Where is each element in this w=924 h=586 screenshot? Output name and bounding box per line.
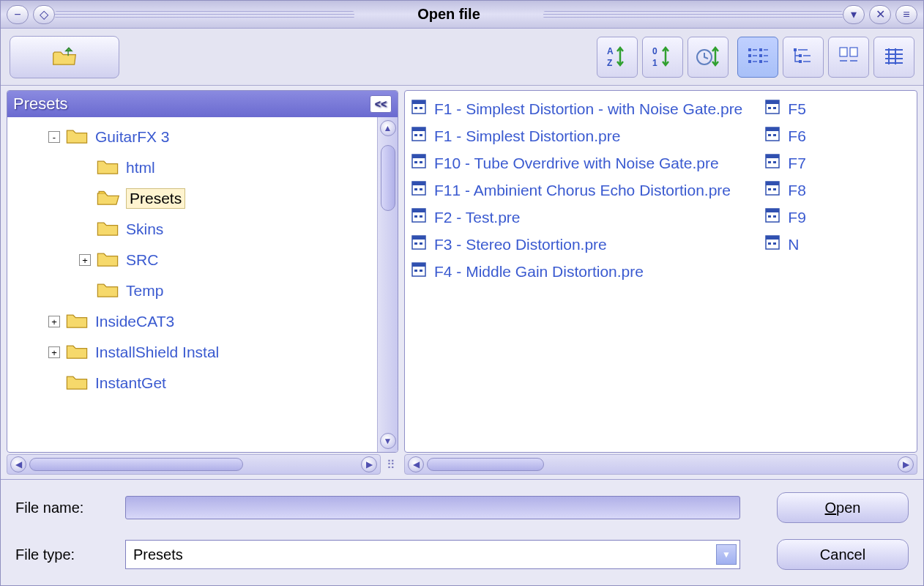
- tree-node-label: InsideCAT3: [95, 313, 174, 330]
- svg-rect-38: [412, 127, 425, 131]
- svg-text:Z: Z: [607, 58, 612, 68]
- tree-node[interactable]: Temp: [7, 275, 377, 306]
- scroll-right-icon[interactable]: ▶: [898, 456, 914, 472]
- tree-node[interactable]: +InsideCAT3: [7, 306, 377, 337]
- tree-node[interactable]: +SRC: [7, 245, 377, 275]
- hscroll-thumb[interactable]: [29, 458, 243, 471]
- file-icon: [411, 153, 434, 173]
- tree-node[interactable]: InstantGet: [7, 368, 377, 398]
- go-up-button[interactable]: [10, 36, 119, 78]
- cancel-button[interactable]: Cancel: [777, 539, 909, 570]
- file-item[interactable]: F5: [764, 95, 806, 122]
- file-name: F7: [788, 155, 806, 172]
- help-button[interactable]: ≡: [895, 5, 917, 24]
- resize-grip-icon[interactable]: ⠿: [384, 454, 398, 475]
- tree-node-label: html: [126, 159, 155, 177]
- svg-rect-71: [768, 161, 771, 163]
- svg-rect-42: [412, 155, 425, 158]
- file-item[interactable]: F1 - Simplest Distortion - with Noise Ga…: [411, 95, 742, 122]
- svg-rect-43: [414, 161, 417, 163]
- file-icon: [764, 207, 788, 227]
- tree-node[interactable]: +InstallShield Instal: [7, 337, 377, 368]
- tree-node[interactable]: -GuitarFX 3: [7, 122, 377, 152]
- folder-up-icon: [52, 47, 77, 67]
- tree-hscrollbar[interactable]: ◀ ▶: [7, 454, 381, 475]
- file-icon: [764, 234, 788, 254]
- tree-node-label: Presets: [126, 188, 185, 209]
- files-hscrollbar[interactable]: ◀ ▶: [404, 454, 917, 475]
- tree-header: Presets <<: [7, 91, 398, 117]
- svg-text:1: 1: [652, 58, 657, 68]
- view-tree-button[interactable]: [783, 37, 824, 78]
- svg-rect-78: [766, 209, 779, 212]
- close-button[interactable]: ✕: [869, 5, 891, 24]
- view-details-button[interactable]: [873, 37, 914, 78]
- expander-icon[interactable]: +: [79, 254, 91, 266]
- tree-node-label: SRC: [126, 251, 158, 269]
- svg-rect-36: [420, 107, 422, 109]
- file-list[interactable]: F1 - Simplest Distortion - with Noise Ga…: [405, 91, 917, 452]
- svg-rect-80: [773, 215, 776, 218]
- svg-rect-66: [766, 127, 779, 131]
- file-item[interactable]: F10 - Tube Overdrive with Noise Gate.pre: [411, 149, 742, 177]
- view-list-button[interactable]: [828, 37, 869, 78]
- file-icon: [764, 153, 788, 173]
- tree-node[interactable]: html: [7, 152, 377, 183]
- svg-rect-84: [773, 242, 776, 245]
- scroll-down-icon[interactable]: ▼: [380, 433, 396, 449]
- scroll-left-icon[interactable]: ◀: [10, 456, 26, 472]
- file-icon: [411, 234, 434, 254]
- scroll-up-icon[interactable]: ▲: [380, 120, 396, 136]
- collapse-tree-button[interactable]: <<: [370, 95, 392, 113]
- expander-icon[interactable]: +: [48, 316, 60, 327]
- folder-icon: [64, 310, 89, 334]
- svg-rect-7: [748, 60, 751, 63]
- file-item[interactable]: F2 - Test.pre: [411, 204, 742, 231]
- scroll-left-icon[interactable]: ◀: [408, 456, 424, 472]
- expander-icon[interactable]: -: [48, 131, 60, 143]
- svg-rect-6: [748, 54, 751, 57]
- expander-icon[interactable]: +: [48, 346, 60, 358]
- file-item[interactable]: F4 - Middle Gain Distortion.pre: [411, 258, 742, 285]
- tree-vscrollbar[interactable]: ▲ ▼: [377, 117, 398, 452]
- sort-alpha-button[interactable]: A Z: [597, 37, 638, 78]
- folder-tree[interactable]: -GuitarFX 3htmlPresetsSkins+SRCTemp+Insi…: [7, 117, 377, 452]
- file-icon: [411, 99, 434, 119]
- file-item[interactable]: F3 - Stereo Distortion.pre: [411, 231, 742, 258]
- sort-date-button[interactable]: [688, 37, 729, 78]
- tree-node[interactable]: Presets: [7, 183, 377, 214]
- svg-text:A: A: [607, 46, 614, 56]
- file-name: F10 - Tube Overdrive with Noise Gate.pre: [434, 155, 719, 172]
- file-item[interactable]: F11 - Ambinient Chorus Echo Distortion.p…: [411, 177, 742, 204]
- file-item[interactable]: N: [764, 231, 806, 258]
- file-name: N: [788, 236, 799, 253]
- filetype-dropdown[interactable]: Presets ▼: [125, 540, 740, 569]
- tree-node-label: InstallShield Instal: [95, 344, 219, 361]
- file-icon: [411, 126, 434, 146]
- file-name: F3 - Stereo Distortion.pre: [434, 236, 607, 253]
- scroll-right-icon[interactable]: ▶: [361, 456, 377, 472]
- content-area: Presets << -GuitarFX 3htmlPresetsSkins+S…: [1, 86, 923, 453]
- restore-button[interactable]: ◇: [33, 5, 55, 24]
- dropdown-button[interactable]: ▾: [843, 5, 865, 24]
- clock-sort-icon: [695, 44, 721, 70]
- scroll-thumb[interactable]: [381, 145, 395, 211]
- svg-text:0: 0: [652, 46, 657, 56]
- hscroll-thumb[interactable]: [427, 458, 544, 471]
- folder-icon: [95, 156, 120, 180]
- tree-node[interactable]: Skins: [7, 214, 377, 245]
- view-small-icons-button[interactable]: [737, 37, 778, 78]
- svg-rect-79: [768, 215, 771, 218]
- filename-input[interactable]: [125, 496, 740, 519]
- svg-rect-52: [420, 215, 422, 218]
- file-item[interactable]: F8: [764, 177, 806, 204]
- chevron-down-icon[interactable]: ▼: [716, 544, 737, 565]
- file-item[interactable]: F6: [764, 122, 806, 149]
- folder-icon: [95, 218, 120, 242]
- sort-numeric-button[interactable]: 0 1: [642, 37, 683, 78]
- file-item[interactable]: F7: [764, 149, 806, 177]
- file-item[interactable]: F9: [764, 204, 806, 231]
- file-item[interactable]: F1 - Simplest Distortion.pre: [411, 122, 742, 149]
- open-button[interactable]: Open: [777, 492, 909, 523]
- minimize-button[interactable]: −: [7, 5, 29, 24]
